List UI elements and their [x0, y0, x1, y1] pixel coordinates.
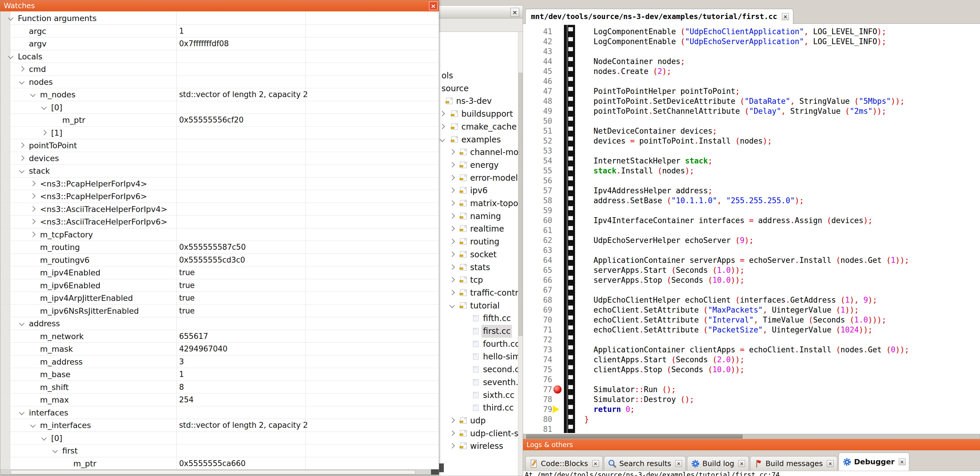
code-line[interactable]: 44 NodeContainer nodes;	[523, 56, 980, 66]
tree-item-udp-client-server[interactable]: udp-client-server	[439, 427, 518, 440]
line-number[interactable]: 77	[523, 385, 552, 395]
code-line[interactable]: 50	[523, 116, 980, 126]
log-tab-debugger[interactable]: Debugger×	[838, 453, 909, 471]
code-line[interactable]: 43	[523, 46, 980, 56]
expand-icon[interactable]	[19, 155, 25, 161]
watches-horizontal-scrollbar[interactable]	[0, 469, 439, 474]
expand-icon[interactable]	[30, 193, 36, 200]
line-number[interactable]: 55	[523, 166, 552, 176]
code-line[interactable]: 67	[523, 285, 980, 295]
collapse-icon[interactable]	[41, 104, 47, 110]
collapse-icon[interactable]	[52, 447, 59, 454]
line-number[interactable]: 56	[523, 176, 552, 186]
expand-icon[interactable]	[449, 200, 455, 206]
watch-row[interactable]: m_ipv4ArpJitterEnabledtrue	[0, 292, 439, 305]
line-number[interactable]: 47	[523, 86, 552, 96]
watch-row[interactable]: pointToPoint	[0, 139, 439, 152]
expand-icon[interactable]	[439, 123, 445, 130]
code-line[interactable]: 69 echoClient.SetAttribute ("MaxPackets"…	[523, 305, 980, 315]
tree-item-routing[interactable]: routing	[439, 235, 518, 248]
watch-row[interactable]: m_max254	[0, 393, 439, 406]
collapse-icon[interactable]	[41, 435, 47, 441]
line-number[interactable]: 74	[523, 355, 552, 364]
line-number[interactable]: 52	[523, 136, 552, 146]
tree-item-buildsupport[interactable]: buildsupport	[439, 108, 518, 120]
line-number[interactable]: 57	[523, 186, 552, 196]
expand-icon[interactable]	[449, 289, 455, 296]
line-number[interactable]: 79	[523, 404, 552, 414]
close-icon[interactable]: ×	[899, 458, 905, 465]
watch-row[interactable]: m_routingv60x5555555cd3c0	[0, 254, 439, 267]
tree-item-ols[interactable]: ols	[439, 69, 518, 82]
editor-body[interactable]: 41 LogComponentEnable ("UdpEchoClientApp…	[523, 23, 980, 434]
code-line[interactable]: 70 echoClient.SetAttribute ("Interval", …	[523, 315, 980, 325]
scrollbar-thumb[interactable]	[526, 434, 743, 439]
code-line[interactable]: 46	[523, 76, 980, 86]
watch-row[interactable]: argv0x7fffffffdf08	[0, 37, 439, 50]
code-line[interactable]: 52 devices = pointToPoint.Install (nodes…	[523, 136, 980, 146]
expand-icon[interactable]	[449, 442, 455, 449]
line-number[interactable]: 71	[523, 325, 552, 335]
tree-item-third-cc[interactable]: third.cc	[439, 401, 518, 414]
code-line[interactable]: 42 LogComponentEnable ("UdpEchoServerApp…	[523, 37, 980, 46]
tree-item-hello-simulator-cc[interactable]: hello-simulator.cc	[439, 350, 518, 363]
watch-row[interactable]: m_ptr0x55555556cf20	[0, 114, 439, 126]
tree-item-ipv6[interactable]: ipv6	[439, 184, 518, 197]
collapse-icon[interactable]	[449, 302, 455, 309]
line-number[interactable]: 73	[523, 345, 552, 355]
code-line[interactable]: 45 nodes.Create (2);	[523, 66, 980, 76]
tree-item-stats[interactable]: stats	[439, 261, 518, 274]
watch-row[interactable]: m_network655617	[0, 330, 439, 343]
tree-item-source[interactable]: source	[439, 82, 518, 95]
expand-icon[interactable]	[449, 276, 455, 283]
scrollbar-thumb[interactable]	[519, 73, 522, 336]
expand-icon[interactable]	[439, 110, 445, 117]
expand-icon[interactable]	[449, 162, 455, 168]
line-number[interactable]: 58	[523, 196, 552, 206]
line-number[interactable]: 43	[523, 46, 552, 56]
watch-row[interactable]: m_ipv4Enabledtrue	[0, 266, 439, 279]
watch-row[interactable]: [0]	[0, 101, 439, 114]
close-icon[interactable]: ×	[511, 8, 519, 17]
collapse-icon[interactable]	[19, 320, 25, 327]
tree-item-examples[interactable]: examples	[439, 133, 518, 146]
tree-item-fifth-cc[interactable]: fifth.cc	[439, 312, 518, 325]
collapse-icon[interactable]	[8, 15, 14, 21]
collapse-icon[interactable]	[30, 422, 36, 428]
code-line[interactable]: 77 Simulator::Run ();	[523, 385, 980, 395]
line-number[interactable]: 53	[523, 146, 552, 156]
line-number[interactable]: 44	[523, 56, 552, 66]
watch-row[interactable]: cmd	[0, 63, 439, 76]
line-number[interactable]: 42	[523, 37, 552, 46]
tree-item-tutorial[interactable]: tutorial	[439, 299, 518, 312]
line-number[interactable]: 64	[523, 255, 552, 265]
line-number[interactable]: 66	[523, 275, 552, 285]
expand-icon[interactable]	[30, 180, 36, 187]
line-number[interactable]: 61	[523, 225, 552, 235]
expand-icon[interactable]	[449, 213, 455, 219]
watch-row[interactable]: m_tcpFactory	[0, 228, 439, 241]
tree-item-energy[interactable]: energy	[439, 159, 518, 172]
tree-item-ns-3-dev[interactable]: ns-3-dev	[439, 95, 518, 108]
watch-row[interactable]: m_ptr0x5555555ca660	[0, 457, 439, 470]
line-number[interactable]: 41	[523, 27, 552, 37]
watch-row[interactable]: m_ipv6NsRsJitterEnabledtrue	[0, 305, 439, 318]
tree-item-second-cc[interactable]: second.cc	[439, 363, 518, 376]
collapse-icon[interactable]	[19, 79, 25, 85]
log-tab-build-messages[interactable]: Build messages×	[750, 456, 837, 471]
code-line[interactable]: 76	[523, 375, 980, 385]
column-divider[interactable]	[177, 11, 177, 469]
code-line[interactable]: 66 serverApps.Stop (Seconds (10.0));	[523, 275, 980, 285]
code-line[interactable]: 54 InternetStackHelper stack;	[523, 156, 980, 166]
expand-icon[interactable]	[41, 129, 47, 136]
code-line[interactable]: 53	[523, 146, 980, 156]
watch-row[interactable]: m_nodesstd::vector of length 2, capacity…	[0, 88, 439, 101]
code-line[interactable]: 47 PointToPointHelper pointToPoint;	[523, 86, 980, 96]
code-line[interactable]: 64 ApplicationContainer serverApps = ech…	[523, 255, 980, 265]
code-line[interactable]: 80}	[523, 414, 980, 424]
watch-row[interactable]: argc1	[0, 25, 439, 38]
code-line[interactable]: 63	[523, 245, 980, 255]
close-icon[interactable]: ×	[738, 460, 745, 467]
code-line[interactable]: 78 Simulator::Destroy ();	[523, 395, 980, 404]
log-tab-code-blocks[interactable]: Code::Blocks×	[525, 456, 603, 471]
